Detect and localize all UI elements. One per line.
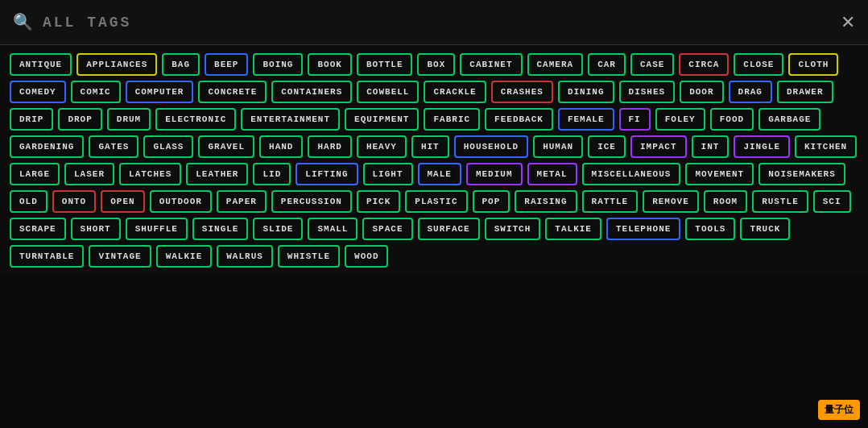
tag-talkie[interactable]: TALKIE: [545, 218, 601, 240]
tag-paper[interactable]: PAPER: [217, 190, 267, 213]
tag-leather[interactable]: LEATHER: [186, 163, 248, 185]
tag-scrape[interactable]: SCRAPE: [10, 218, 66, 240]
tag-vintage[interactable]: VINTAGE: [89, 245, 151, 268]
tag-rattle[interactable]: RATTLE: [582, 190, 639, 213]
tag-beep[interactable]: BEEP: [205, 53, 248, 76]
tag-impact[interactable]: IMPACT: [630, 135, 687, 158]
tag-tools[interactable]: TOOLS: [685, 218, 735, 240]
tag-heavy[interactable]: HEAVY: [357, 135, 407, 158]
close-button[interactable]: ✕: [841, 12, 855, 33]
tag-slide[interactable]: SLIDE: [253, 218, 303, 240]
tag-appliances[interactable]: APPLIANCES: [76, 53, 157, 76]
tag-remove[interactable]: REMOVE: [643, 190, 699, 213]
tag-fabric[interactable]: FABRIC: [424, 108, 480, 131]
tag-outdoor[interactable]: OUTDOOR: [150, 190, 212, 213]
tag-gravel[interactable]: GRAVEL: [198, 135, 254, 158]
tag-single[interactable]: SINGLE: [192, 218, 249, 240]
tag-plastic[interactable]: PLASTIC: [405, 190, 467, 213]
tag-electronic[interactable]: ELECTRONIC: [155, 108, 236, 131]
tag-close[interactable]: CLOSE: [734, 53, 783, 76]
tag-cabinet[interactable]: CABINET: [460, 53, 522, 76]
tag-drum[interactable]: DRUM: [107, 108, 151, 131]
tag-noisemakers[interactable]: NOISEMAKERS: [758, 163, 845, 185]
tag-glass[interactable]: GLASS: [143, 135, 193, 158]
tag-foley[interactable]: FOLEY: [655, 108, 705, 131]
tag-equipment[interactable]: EQUIPMENT: [345, 108, 419, 131]
tag-garbage[interactable]: GARBAGE: [758, 108, 820, 131]
tag-cowbell[interactable]: COWBELL: [357, 81, 419, 103]
tag-antique[interactable]: ANTIQUE: [10, 53, 72, 76]
tag-latches[interactable]: LATCHES: [119, 163, 181, 185]
tag-comedy[interactable]: COMEDY: [10, 81, 66, 103]
tag-old[interactable]: OLD: [10, 190, 48, 213]
tag-onto[interactable]: ONTO: [52, 190, 96, 213]
tag-whistle[interactable]: WHISTLE: [278, 245, 340, 268]
tag-household[interactable]: HOUSEHOLD: [454, 135, 528, 158]
tag-shuffle[interactable]: SHUFFLE: [126, 218, 188, 240]
tag-ice[interactable]: ICE: [588, 135, 626, 158]
tag-containers[interactable]: CONTAINERS: [271, 81, 352, 103]
tag-camera[interactable]: CAMERA: [527, 53, 584, 76]
tag-metal[interactable]: METAL: [527, 163, 577, 185]
tag-int[interactable]: INT: [692, 135, 730, 158]
tag-fi[interactable]: FI: [619, 108, 651, 131]
tag-rustle[interactable]: RUSTLE: [752, 190, 808, 213]
tag-sci[interactable]: SCI: [813, 190, 851, 213]
tag-large[interactable]: LARGE: [10, 163, 60, 185]
tag-hit[interactable]: HIT: [411, 135, 449, 158]
tag-percussion[interactable]: PERCUSSION: [271, 190, 352, 213]
tag-lid[interactable]: LID: [253, 163, 291, 185]
tag-laser[interactable]: LASER: [64, 163, 114, 185]
tag-movement[interactable]: MOVEMENT: [685, 163, 754, 185]
tag-book[interactable]: BOOK: [308, 53, 351, 76]
tag-computer[interactable]: COMPUTER: [126, 81, 194, 103]
tag-concrete[interactable]: CONCRETE: [198, 81, 267, 103]
tag-short[interactable]: SHORT: [71, 218, 121, 240]
tag-gardening[interactable]: GARDENING: [10, 135, 84, 158]
tag-turntable[interactable]: TURNTABLE: [10, 245, 84, 268]
tag-car[interactable]: CAR: [588, 53, 626, 76]
tag-truck[interactable]: TRUCK: [740, 218, 790, 240]
tag-case[interactable]: CASE: [630, 53, 674, 76]
tag-crashes[interactable]: CRASHES: [491, 81, 553, 103]
tag-door[interactable]: DOOR: [680, 81, 723, 103]
tag-food[interactable]: FOOD: [710, 108, 754, 131]
tag-pick[interactable]: PICK: [357, 190, 400, 213]
tag-crackle[interactable]: CRACKLE: [424, 81, 486, 103]
tag-switch[interactable]: SWITCH: [485, 218, 541, 240]
tag-medium[interactable]: MEDIUM: [466, 163, 523, 185]
tag-kitchen[interactable]: KITCHEN: [795, 135, 857, 158]
tag-feedback[interactable]: FEEDBACK: [485, 108, 553, 131]
tag-telephone[interactable]: TELEPHONE: [606, 218, 680, 240]
search-input[interactable]: [43, 15, 841, 31]
tag-entertainment[interactable]: ENTERTAINMENT: [241, 108, 340, 131]
tag-bottle[interactable]: BOTTLE: [357, 53, 413, 76]
tag-raising[interactable]: RAISING: [515, 190, 577, 213]
tag-bag[interactable]: BAG: [162, 53, 200, 76]
tag-circa[interactable]: CIRCA: [679, 53, 729, 76]
tag-drag[interactable]: DRAG: [729, 81, 772, 103]
tag-drawer[interactable]: DRAWER: [777, 81, 833, 103]
tag-room[interactable]: ROOM: [704, 190, 747, 213]
tag-gates[interactable]: GATES: [89, 135, 138, 158]
tag-male[interactable]: MALE: [418, 163, 461, 185]
tag-hand[interactable]: HAND: [259, 135, 303, 158]
tag-wood[interactable]: WOOD: [345, 245, 388, 268]
tag-hard[interactable]: HARD: [308, 135, 351, 158]
tag-drip[interactable]: DRIP: [10, 108, 53, 131]
tag-open[interactable]: OPEN: [101, 190, 144, 213]
tag-comic[interactable]: COMIC: [71, 81, 121, 103]
tag-walrus[interactable]: WALRUS: [217, 245, 273, 268]
tag-drop[interactable]: DROP: [58, 108, 101, 131]
tag-walkie[interactable]: WALKIE: [156, 245, 213, 268]
tag-cloth[interactable]: CLOTH: [788, 53, 838, 76]
tag-female[interactable]: FEMALE: [558, 108, 614, 131]
tag-small[interactable]: SMALL: [308, 218, 358, 240]
tag-jingle[interactable]: JINGLE: [734, 135, 790, 158]
tag-pop[interactable]: POP: [473, 190, 510, 213]
tag-lifting[interactable]: LIFTING: [296, 163, 358, 185]
tag-dining[interactable]: DINING: [558, 81, 614, 103]
tag-dishes[interactable]: DISHES: [619, 81, 676, 103]
tag-surface[interactable]: SURFACE: [418, 218, 480, 240]
tag-human[interactable]: HUMAN: [533, 135, 583, 158]
